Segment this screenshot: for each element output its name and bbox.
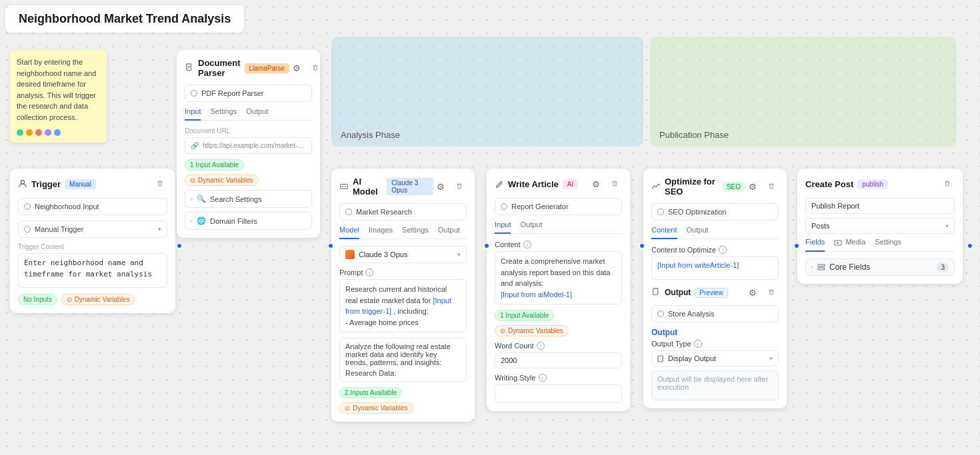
model-select[interactable]: Claude 3 Opus ▾ [339, 246, 467, 263]
posts-select[interactable]: Posts ▾ [805, 218, 955, 234]
publish-report-field[interactable]: Publish Report [805, 198, 955, 214]
dot-blue [54, 129, 61, 136]
publication-phase-banner: Publication Phase [650, 37, 957, 147]
optimize-seo-card: Optimize for SEO SEO ⚙ SEO Optimization … [643, 169, 787, 408]
prompt-secondary[interactable]: Analyze the following real estate market… [339, 338, 467, 382]
core-fields-row[interactable]: › Core Fields 3 [805, 258, 955, 276]
tab-fields[interactable]: Fields [805, 238, 825, 252]
tab-wa-output[interactable]: Output [520, 221, 542, 234]
seo-delete-btn[interactable] [764, 179, 779, 194]
pdf-radio [191, 90, 197, 97]
domain-chevron: › [191, 218, 193, 225]
output-settings-btn[interactable]: ⚙ [745, 285, 760, 300]
tab-content[interactable]: Content [651, 226, 677, 239]
prompt-label: Prompt i [339, 268, 467, 276]
output-delete-btn[interactable] [764, 285, 779, 300]
word-count-input[interactable] [495, 352, 622, 368]
svg-rect-2 [341, 185, 348, 189]
model-chevron: ▾ [457, 251, 461, 258]
content-field[interactable]: Create a comprehensive market analysis r… [495, 251, 622, 304]
tab-settings[interactable]: Settings [402, 226, 429, 239]
doc-parser-tabs: Input Settings Output [185, 107, 312, 121]
tab-cp-settings[interactable]: Settings [875, 238, 901, 252]
tab-wa-input[interactable]: Input [495, 221, 511, 234]
domain-filters-collapsible[interactable]: › 🌐 Domain Filters [185, 212, 312, 230]
ai-inputs-pill: 2 Inputs Available [339, 387, 402, 398]
analysis-phase-banner: Analysis Phase [331, 37, 643, 147]
seo-header: Optimize for SEO SEO ⚙ [651, 177, 779, 197]
doc-parser-actions: ⚙ [289, 61, 323, 75]
dot-red [35, 129, 42, 136]
writing-style-input[interactable] [495, 384, 622, 403]
url-field[interactable]: 🔗 https://api.example.com/market-reports… [185, 137, 312, 154]
tab-model[interactable]: Model [339, 226, 359, 239]
tab-output[interactable]: Output [438, 226, 460, 239]
output-type-label: Output Type i [651, 340, 779, 348]
no-inputs-pill: No Inputs [18, 294, 57, 305]
ai-delete-btn[interactable] [452, 179, 467, 194]
write-icon [495, 179, 504, 189]
seo-tabs: Content Output [651, 226, 779, 239]
cto-link: [Input from writeArticle-1] [657, 261, 739, 269]
write-settings-btn[interactable]: ⚙ [589, 177, 603, 191]
tab-output[interactable]: Output [246, 107, 268, 121]
ai-settings-btn[interactable]: ⚙ [433, 179, 448, 194]
create-post-title-area: Create Post publish [805, 179, 888, 189]
connector-dot-2 [327, 242, 334, 249]
trigger-title-area: Trigger Manual [18, 179, 96, 189]
neighborhood-radio [24, 203, 31, 210]
ai-model-actions: ⚙ [433, 179, 467, 194]
market-research-row: Market Research [339, 203, 467, 221]
prompt-content[interactable]: Research current and historical real est… [339, 279, 467, 332]
output-type-chevron: ▾ [769, 355, 773, 362]
tab-output[interactable]: Output [687, 226, 709, 239]
report-gen-row: Report Generator [495, 198, 622, 215]
dot-green [17, 129, 23, 136]
trigger-delete-btn[interactable] [153, 177, 167, 191]
ot-info: i [694, 340, 702, 348]
doc-parser-delete-btn[interactable] [308, 61, 323, 75]
wc-info: i [537, 342, 545, 350]
content-label: Content i [495, 240, 622, 248]
neighborhood-input-row: Neighborhood Input [18, 198, 167, 215]
svg-rect-6 [658, 356, 663, 362]
pdf-parser-row: PDF Report Parser [185, 85, 312, 102]
post-delete-btn[interactable] [940, 177, 955, 191]
store-radio [657, 310, 664, 317]
doc-parser-status: 1 Input Available ⊙ Dynamic Variables [185, 159, 312, 186]
tab-media[interactable]: Media [834, 238, 865, 252]
trigger-content-input[interactable]: Enter neighborhood name and timeframe fo… [18, 253, 167, 288]
tab-images[interactable]: Images [369, 226, 393, 239]
content-to-optimize-field[interactable]: [Input from writeArticle-1] [651, 256, 779, 280]
doc-parser-card: Document Parser LlamaParse ⚙ PDF Report … [177, 50, 320, 238]
doc-parser-settings-btn[interactable]: ⚙ [289, 61, 304, 75]
posts-chevron: ▾ [945, 223, 949, 229]
prompt-info-icon: i [365, 268, 373, 276]
write-article-title-area: Write Article AI [495, 179, 578, 189]
connector-dot-3 [483, 242, 490, 249]
tab-input[interactable]: Input [185, 107, 201, 121]
connector-dot-4 [639, 242, 645, 249]
seo-radio [657, 209, 664, 215]
svg-rect-10 [818, 268, 825, 270]
seo-optimization-row: SEO Optimization [651, 203, 779, 221]
manual-trigger-row[interactable]: Manual Trigger ▾ [18, 221, 167, 238]
output-preview-header: Output Preview ⚙ [651, 285, 779, 300]
core-chevron: › [811, 264, 813, 270]
media-icon [834, 238, 842, 246]
seo-settings-btn[interactable]: ⚙ [745, 179, 760, 194]
write-dynamic-pill: ⊙ Dynamic Variables [495, 325, 569, 336]
connector-dot-1 [176, 242, 183, 249]
trigger-status-row: No Inputs ⊙ Dynamic Variables [18, 294, 167, 305]
write-article-tabs: Input Output [495, 221, 622, 234]
output-type-select[interactable]: Display Output ▾ [651, 350, 779, 366]
word-count-label: Word Count i [495, 342, 622, 350]
writing-style-label: Writing Style i [495, 374, 622, 382]
svg-point-4 [345, 186, 346, 187]
write-input-pill: 1 Input Available [495, 310, 554, 321]
write-delete-btn[interactable] [607, 177, 622, 191]
ai-icon [339, 182, 349, 191]
ai-model-title-area: AI Model Claude 3 Opus [339, 177, 433, 197]
search-settings-collapsible[interactable]: › 🔍 Search Settings [185, 190, 312, 208]
tab-settings[interactable]: Settings [210, 107, 237, 121]
